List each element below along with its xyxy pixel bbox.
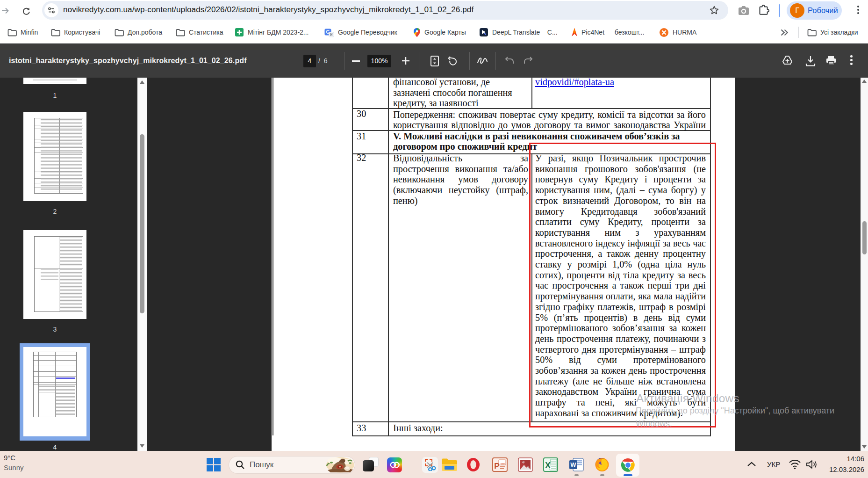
- svg-text:P: P: [494, 462, 499, 471]
- svg-text:W: W: [570, 461, 576, 468]
- svg-text:X: X: [545, 461, 551, 470]
